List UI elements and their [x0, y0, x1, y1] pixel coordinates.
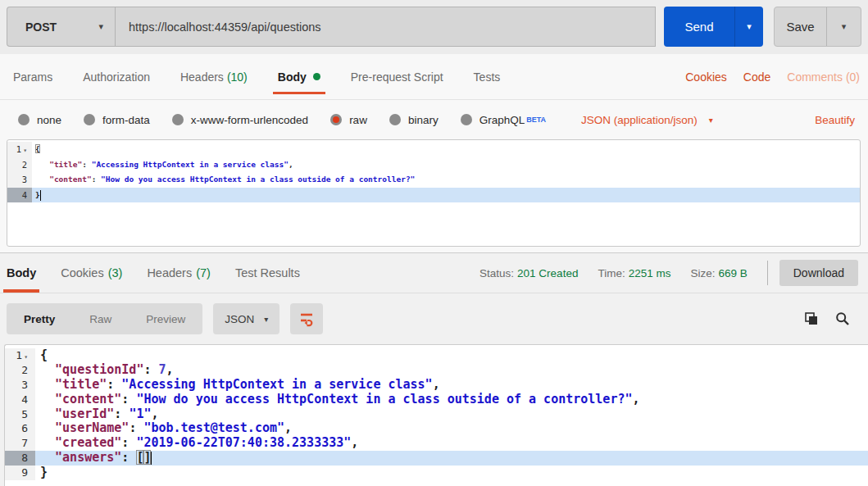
url-input[interactable]: https://localhost:44359/api/questions	[115, 7, 656, 47]
beautify-link[interactable]: Beautify	[815, 114, 855, 126]
search-icon	[835, 311, 850, 326]
chevron-down-icon: ▾	[747, 21, 752, 32]
divider	[767, 261, 768, 285]
response-view-bar: Pretty Raw Preview JSON ▾	[0, 293, 868, 344]
response-meta: Status:201 Created Time:2251 ms Size:669…	[460, 260, 868, 286]
view-mode-preview[interactable]: Preview	[129, 313, 202, 325]
chevron-down-icon: ▾	[842, 21, 847, 32]
send-button[interactable]: Send	[664, 7, 735, 47]
code-text: {	[32, 142, 860, 157]
code-line[interactable]: 4 "content": "How do you access HttpCont…	[5, 393, 868, 407]
code-line[interactable]: 8 "answers": []	[5, 451, 868, 466]
line-number: 6	[5, 421, 35, 436]
line-number: 3	[7, 172, 32, 188]
view-mode-pretty[interactable]: Pretty	[7, 313, 72, 325]
line-number: 3	[5, 378, 35, 393]
code-line[interactable]: 4}	[7, 188, 860, 203]
body-type-raw[interactable]: raw	[330, 114, 367, 126]
text-cursor	[40, 190, 41, 201]
method-dropdown[interactable]: POST ▾	[7, 7, 115, 47]
save-options-button[interactable]: ▾	[827, 7, 861, 46]
tab-body[interactable]: Body	[273, 54, 325, 99]
cookies-link[interactable]: Cookies	[685, 70, 727, 84]
request-tabs: Params Authorization Headers (10) Body P…	[0, 54, 868, 100]
send-options-button[interactable]: ▾	[735, 7, 763, 47]
line-number: 5	[5, 407, 35, 422]
radio-icon	[389, 114, 401, 125]
body-type-form-data[interactable]: form-data	[84, 114, 150, 126]
response-headers-count: (7)	[196, 266, 211, 279]
code-line[interactable]: 5 "userId": "1",	[5, 407, 868, 422]
code-text: }	[35, 466, 868, 480]
status-label: Status:	[479, 267, 514, 279]
code-text: "questionId": 7,	[35, 363, 868, 378]
line-number: 8	[5, 451, 35, 466]
tab-tests[interactable]: Tests	[469, 54, 506, 99]
radio-icon	[18, 114, 30, 125]
response-tab-headers[interactable]: Headers (7)	[147, 253, 211, 293]
text-wrap-button[interactable]	[290, 303, 323, 334]
comments-link[interactable]: Comments (0)	[787, 70, 860, 84]
beta-badge: BETA	[526, 116, 546, 124]
size-value: 669 B	[718, 267, 747, 279]
tab-pre-request-script[interactable]: Pre-request Script	[346, 54, 448, 99]
code-line[interactable]: 2 "questionId": 7,	[5, 363, 868, 378]
chevron-down-icon: ▾	[98, 21, 103, 32]
code-link[interactable]: Code	[743, 70, 770, 84]
code-line[interactable]: 2 "title": "Accessing HttpContext in a s…	[7, 157, 860, 173]
copy-button[interactable]	[804, 311, 819, 326]
code-text: "title": "Accessing HttpContext in a ser…	[32, 157, 860, 173]
view-mode-raw[interactable]: Raw	[72, 313, 129, 325]
download-button[interactable]: Download	[779, 260, 858, 286]
time-label: Time:	[598, 267, 625, 279]
line-number: 1▾	[7, 142, 32, 157]
code-text: "userId": "1",	[35, 407, 868, 422]
body-type-binary[interactable]: binary	[389, 114, 439, 126]
radio-icon	[84, 114, 95, 125]
tab-headers[interactable]: Headers (10)	[175, 54, 252, 99]
code-line[interactable]: 1▾{	[7, 142, 860, 157]
postman-request-view: POST ▾ https://localhost:44359/api/quest…	[0, 0, 868, 486]
code-text: "content": "How do you access HttpContex…	[32, 172, 860, 188]
line-number: 2	[7, 157, 32, 173]
response-tab-cookies[interactable]: Cookies (3)	[61, 253, 122, 293]
line-number: 2	[5, 363, 35, 378]
cookies-count: (3)	[108, 266, 123, 279]
save-button[interactable]: Save	[775, 7, 827, 46]
body-type-graphql[interactable]: GraphQL BETA	[461, 114, 546, 126]
fold-arrow-icon[interactable]: ▾	[23, 147, 27, 154]
response-tab-test-results[interactable]: Test Results	[235, 253, 300, 293]
response-body-editor[interactable]: 1▾{2 "questionId": 7,3 "title": "Accessi…	[4, 344, 868, 486]
status-value: 201 Created	[517, 267, 578, 279]
chevron-down-icon: ▾	[264, 315, 268, 324]
response-tab-body[interactable]: Body	[7, 253, 36, 293]
request-body-editor[interactable]: 1▾{2 "title": "Accessing HttpContext in …	[7, 139, 861, 247]
code-line[interactable]: 3 "content": "How do you access HttpCont…	[7, 172, 860, 188]
fold-arrow-icon[interactable]: ▾	[24, 353, 28, 361]
code-text: }	[32, 188, 860, 203]
line-number: 7	[5, 436, 35, 451]
search-button[interactable]	[835, 311, 850, 326]
url-value: https://localhost:44359/api/questions	[129, 20, 321, 34]
tab-authorization[interactable]: Authorization	[78, 54, 155, 99]
code-line[interactable]: 9}	[5, 466, 868, 480]
body-type-urlencoded[interactable]: x-www-form-urlencoded	[172, 114, 308, 126]
response-action-icons	[788, 311, 850, 326]
code-line[interactable]: 7 "created": "2019-06-22T07:40:38.233333…	[5, 436, 868, 451]
request-right-links: Cookies Code Comments (0)	[669, 70, 860, 84]
line-number: 4	[5, 393, 35, 407]
tab-params[interactable]: Params	[8, 54, 57, 99]
code-line[interactable]: 3 "title": "Accessing HttpContext in a s…	[5, 378, 868, 393]
code-text: "answers": []	[35, 451, 868, 466]
response-tabs: Body Cookies (3) Headers (7) Test Result…	[0, 253, 868, 293]
content-type-dropdown[interactable]: JSON (application/json) ▾	[581, 114, 713, 126]
method-label: POST	[25, 20, 57, 34]
size-label: Size:	[690, 267, 715, 279]
body-type-none[interactable]: none	[18, 114, 61, 126]
code-line[interactable]: 6 "userName": "bob.test@test.com",	[5, 421, 868, 436]
response-language-dropdown[interactable]: JSON ▾	[213, 303, 279, 334]
radio-icon	[461, 114, 472, 125]
unsaved-changes-dot	[313, 73, 320, 80]
radio-icon	[172, 114, 184, 125]
code-line[interactable]: 1▾{	[5, 348, 868, 363]
